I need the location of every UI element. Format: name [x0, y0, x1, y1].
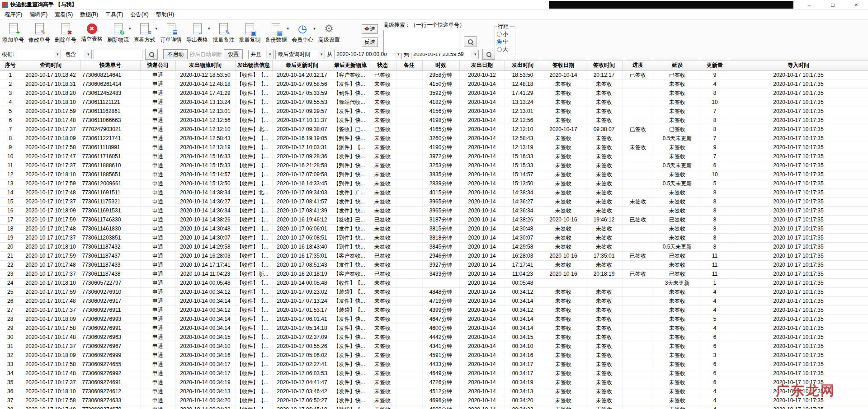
column-header[interactable]: 快递单号	[80, 61, 140, 71]
table-row[interactable]: 342020-10-17 10:17:487730609276992申通2020…	[0, 369, 868, 378]
filter-condition-select[interactable]: 包含 ▾	[63, 50, 92, 59]
column-header[interactable]: 发出物流时间	[175, 61, 235, 71]
column-header[interactable]: 签收时间	[586, 61, 622, 71]
column-header[interactable]: 更新量	[701, 61, 729, 71]
row-spacing-radio[interactable]	[497, 47, 502, 52]
table-row[interactable]: 272020-10-17 10:17:377730609276911申通2020…	[0, 306, 868, 315]
table-row[interactable]: 112020-10-17 10:17:377730611888610申通2020…	[0, 161, 868, 170]
table-row[interactable]: 222020-10-17 10:17:487730611187433申通2020…	[0, 260, 868, 269]
column-header[interactable]: 查询时间	[21, 61, 80, 71]
filter-time-field-select[interactable]: 最后查询时间 ▾	[275, 50, 325, 59]
table-row[interactable]: 262020-10-17 10:17:487730609276917申通2020…	[0, 296, 868, 306]
table-row[interactable]: 312020-10-17 10:17:377730609276967申通2020…	[0, 342, 868, 351]
select-all-button[interactable]: 全选	[362, 24, 378, 34]
filter-field-select[interactable]: ▾	[16, 50, 61, 59]
table-row[interactable]: 352020-10-17 10:17:377730609274691申通2020…	[0, 378, 868, 387]
advanced-search-textarea[interactable]	[383, 30, 459, 53]
table-row[interactable]: 82020-10-17 10:18:097730611221741申通2020-…	[0, 134, 868, 143]
auto-refresh-toggle-button[interactable]: 不启动	[163, 49, 188, 59]
row-spacing-option[interactable]: 大	[497, 46, 513, 53]
column-header[interactable]: 时效	[422, 61, 459, 71]
column-header[interactable]: 签收日期	[541, 61, 586, 71]
column-header[interactable]: 最后更新物流	[332, 61, 369, 71]
table-row[interactable]: 202020-10-17 10:18:107730611187432申通2020…	[0, 242, 868, 251]
backup-data-dropdown[interactable]: ▾	[287, 26, 289, 31]
menu-item[interactable]: 程序(F)	[1, 10, 26, 19]
table-row[interactable]: 172020-10-17 10:17:597730611746330申通2020…	[0, 215, 868, 224]
view-mode-button[interactable]: ≡查看方式	[132, 20, 158, 44]
time-search-button[interactable]	[482, 49, 495, 60]
row-spacing-option[interactable]: 中	[497, 38, 513, 46]
menu-item[interactable]: 编辑(E)	[26, 10, 51, 19]
filter-and-select[interactable]: 并且 ▾	[248, 50, 274, 59]
table-row[interactable]: 22020-10-17 10:18:317730606261414申通2020-…	[0, 80, 868, 89]
advanced-search-button[interactable]	[464, 36, 476, 47]
table-row[interactable]: 52020-10-17 10:17:597730611162861申通2020-…	[0, 107, 868, 116]
table-row[interactable]: 32020-10-17 10:18:207730612452483申通2020-…	[0, 89, 868, 98]
table-row[interactable]: 232020-10-17 10:17:377730611187438申通2020…	[0, 269, 868, 278]
menu-item[interactable]: 数据(B)	[76, 10, 102, 19]
row-spacing-option[interactable]: 小	[497, 30, 513, 38]
batch-remark-button[interactable]: ✎批量备注	[211, 20, 237, 44]
table-row[interactable]: 92020-10-17 10:17:587730611118991申通2020-…	[0, 143, 868, 152]
column-header[interactable]: 最后更新时间	[272, 61, 332, 71]
row-spacing-radio[interactable]	[497, 32, 502, 37]
menu-item[interactable]: 查看(S)	[51, 10, 76, 19]
member-center-button[interactable]: ◷会员中心	[289, 20, 316, 44]
filter-keyword-input[interactable]	[94, 50, 142, 59]
table-row[interactable]: 182020-10-17 10:17:487730611461830申通2020…	[0, 224, 868, 233]
table-row[interactable]: 242020-10-17 10:18:107730605722797申通2020…	[0, 278, 868, 287]
table-row[interactable]: 252020-10-17 10:17:597730609276910申通2020…	[0, 287, 868, 296]
minimize-button[interactable]: –	[797, 0, 821, 10]
advanced-settings-button[interactable]: ⚙高级设置	[316, 20, 342, 44]
table-row[interactable]: 162020-10-17 10:18:097730611691531申通2020…	[0, 206, 868, 215]
column-header[interactable]: 发出时间	[505, 61, 541, 71]
table-row[interactable]: 42020-10-17 10:18:107730611121121申通2020-…	[0, 98, 868, 107]
filter-search-button[interactable]	[145, 49, 158, 60]
table-row[interactable]: 192020-10-17 10:17:377730611203851申通2020…	[0, 233, 868, 242]
table-row[interactable]: 322020-10-17 10:18:097730609276999申通2020…	[0, 351, 868, 360]
row-spacing-radio[interactable]	[497, 39, 502, 44]
column-header[interactable]: 序号	[0, 61, 21, 71]
export-table-button[interactable]: ←导出表格	[184, 20, 210, 44]
table-row[interactable]: 72020-10-17 10:17:377770247903021申通2020-…	[0, 125, 868, 134]
auto-refresh-settings-button[interactable]: 设置	[224, 49, 243, 59]
column-header[interactable]: 发出日期	[459, 61, 505, 71]
column-header[interactable]: 延误	[654, 61, 701, 71]
column-header[interactable]: 状态	[369, 61, 396, 71]
table-row[interactable]: 12020-10-17 10:18:427730608214641申通2020-…	[0, 71, 868, 80]
maximize-button[interactable]: □	[821, 0, 844, 10]
edit-order-button[interactable]: ✎修改单号	[26, 20, 52, 44]
table-row[interactable]: 362020-10-17 10:18:107730609274612申通2020…	[0, 387, 868, 396]
table-row[interactable]: 332020-10-17 10:17:587730609274655申通2020…	[0, 360, 868, 369]
backup-data-button[interactable]: ▦备份数据	[263, 20, 289, 44]
table-row[interactable]: 132020-10-17 10:17:597730612009661申通2020…	[0, 179, 868, 188]
order-detail-button[interactable]: ≣订单详情	[158, 20, 184, 44]
column-header[interactable]: 进度	[622, 61, 654, 71]
table-row[interactable]: 122020-10-17 10:18:107730611885651申通2020…	[0, 170, 868, 179]
table-row[interactable]: 102020-10-17 10:17:477730611716051申通2020…	[0, 152, 868, 161]
batch-copy-button[interactable]: ▣批量复制	[237, 20, 263, 44]
table-row[interactable]: 282020-10-17 10:18:097730609276993申通2020…	[0, 315, 868, 324]
table-row[interactable]: 152020-10-17 10:17:377730611175321申通2020…	[0, 197, 868, 206]
column-header[interactable]: 发出物流信息	[235, 61, 272, 71]
table-row[interactable]: 302020-10-17 10:17:487730609276963申通2020…	[0, 333, 868, 342]
member-center-dropdown[interactable]: ▾	[313, 26, 316, 31]
clear-table-button[interactable]: ✖清空表格	[79, 20, 105, 43]
delete-order-button[interactable]: ✖删除单号	[52, 20, 79, 44]
menu-item[interactable]: 帮助(H)	[152, 10, 178, 19]
table-row[interactable]: 292020-10-17 10:17:587730609276991申通2020…	[0, 324, 868, 333]
column-header[interactable]: 快递公司	[140, 61, 175, 71]
column-header[interactable]: 备注	[396, 61, 422, 71]
refresh-logistics-button[interactable]: ↻刷新物流	[105, 20, 131, 44]
export-table-dropdown[interactable]: ▾	[208, 26, 210, 31]
refresh-logistics-dropdown[interactable]: ▾	[129, 26, 131, 31]
table-row[interactable]: 142020-10-17 10:17:487730611691511申通2020…	[0, 188, 868, 197]
add-order-button[interactable]: +添加单号	[0, 20, 26, 44]
table-row[interactable]: 212020-10-17 10:17:597730611187437申通2020…	[0, 251, 868, 260]
menu-item[interactable]: 公告(X)	[127, 10, 152, 19]
invert-select-button[interactable]: 反选	[362, 38, 378, 47]
menu-item[interactable]: 工具(T)	[102, 10, 127, 19]
column-header[interactable]: 导入时间	[729, 61, 868, 71]
table-row[interactable]: 62020-10-17 10:17:487730611066663申通2020-…	[0, 116, 868, 125]
